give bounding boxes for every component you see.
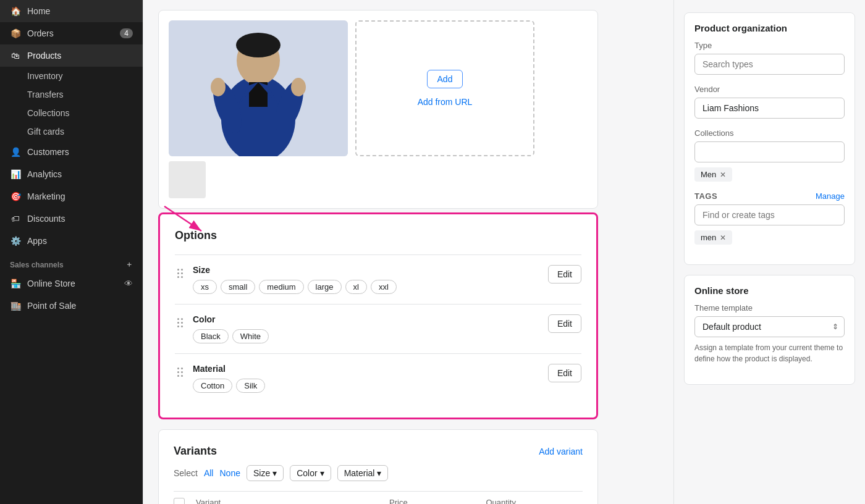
pos-icon: 🏬 — [10, 300, 21, 311]
col-variant-header: Variant — [196, 498, 389, 504]
collection-tag-men: Men ✕ — [694, 167, 732, 182]
vendor-label: Vendor — [694, 85, 845, 94]
theme-template-select-wrapper: Default product Custom product — [694, 316, 845, 337]
remove-men-tag[interactable]: ✕ — [720, 170, 726, 179]
orders-badge: 4 — [120, 28, 133, 38]
sidebar: 🏠 Home 📦 Orders 4 🛍 Products Inventory T… — [0, 0, 143, 504]
content-inner: Add Add from URL — [143, 0, 613, 504]
discounts-icon: 🏷 — [10, 213, 21, 224]
tag-chip-men: men ✕ — [694, 230, 732, 245]
sidebar-item-label: Point of Sale — [27, 301, 76, 311]
filter-size-dropdown[interactable]: Size ▾ — [247, 465, 284, 481]
image-thumbnail-strip — [169, 161, 588, 198]
tag-black: Black — [193, 329, 229, 343]
filter-material-dropdown[interactable]: Material ▾ — [337, 465, 389, 481]
content-area: Add Add from URL — [143, 0, 673, 504]
right-sidebar: Product organization Type Vendor Collect… — [673, 0, 865, 504]
filter-all-link[interactable]: All — [204, 468, 214, 478]
drag-handle-color[interactable] — [175, 316, 185, 330]
add-image-button[interactable]: Add — [427, 70, 463, 88]
theme-template-group: Theme template Default product Custom pr… — [694, 303, 845, 364]
sidebar-sub-transfers[interactable]: Transfers — [0, 85, 143, 104]
col-quantity-header: Quantity — [486, 498, 583, 504]
sidebar-item-label: Orders — [27, 28, 54, 38]
marketing-icon: 🎯 — [10, 191, 21, 202]
variants-table-header: Variant Price Quantity — [174, 491, 583, 504]
image-thumb-1[interactable] — [169, 161, 206, 198]
svg-line-12 — [164, 206, 201, 231]
customers-icon: 👤 — [10, 146, 21, 158]
sidebar-item-home[interactable]: 🏠 Home — [0, 0, 143, 22]
remove-men-men-tag[interactable]: ✕ — [720, 233, 726, 242]
select-all-checkbox[interactable] — [174, 498, 185, 504]
sidebar-sub-inventory[interactable]: Inventory — [0, 67, 143, 85]
edit-material-button[interactable]: Edit — [548, 364, 581, 382]
products-icon: 🛍 — [10, 50, 21, 61]
tag-large: large — [308, 280, 342, 294]
sidebar-item-discounts[interactable]: 🏷 Discounts — [0, 208, 143, 230]
variants-header: Variants Add variant — [174, 445, 583, 458]
product-main-image — [169, 20, 348, 156]
image-section: Add Add from URL — [158, 10, 598, 209]
sidebar-item-label: Marketing — [27, 191, 65, 201]
svg-point-9 — [211, 78, 226, 96]
sidebar-item-marketing[interactable]: 🎯 Marketing — [0, 185, 143, 208]
tag-xxl: xxl — [371, 280, 397, 294]
vendor-input[interactable] — [694, 98, 845, 119]
option-row-size: Size xs small medium large xl xxl Edit — [175, 254, 581, 304]
sidebar-item-orders[interactable]: 📦 Orders 4 — [0, 22, 143, 44]
sidebar-sub-giftcards[interactable]: Gift cards — [0, 122, 143, 141]
manage-tags-link[interactable]: Manage — [816, 191, 845, 201]
image-upload-placeholder[interactable]: Add Add from URL — [355, 20, 534, 156]
image-actions: Add Add from URL — [355, 20, 534, 156]
sidebar-item-pos[interactable]: 🏬 Point of Sale — [0, 295, 143, 317]
sidebar-item-customers[interactable]: 👤 Customers — [0, 141, 143, 163]
sidebar-item-online-store[interactable]: 🏪 Online Store 👁 — [0, 272, 143, 295]
sales-channels-section: Sales channels ＋ — [0, 252, 143, 272]
theme-template-select[interactable]: Default product Custom product — [694, 316, 845, 337]
online-store-card: Online store Theme template Default prod… — [684, 275, 855, 385]
drag-handle-size[interactable] — [175, 266, 185, 280]
sidebar-item-label: Online Store — [27, 279, 75, 288]
home-icon: 🏠 — [10, 6, 21, 17]
option-tags-color: Black White — [193, 329, 541, 343]
edit-color-button[interactable]: Edit — [548, 314, 581, 333]
sidebar-sub-collections[interactable]: Collections — [0, 104, 143, 122]
type-input[interactable] — [694, 54, 845, 75]
add-variant-link[interactable]: Add variant — [539, 447, 583, 456]
option-tags-material: Cotton Silk — [193, 379, 541, 393]
tag-cotton: Cotton — [193, 379, 232, 393]
option-name-material: Material — [193, 364, 541, 374]
tags-header: TAGS Manage — [694, 191, 845, 201]
col-price-header: Price — [389, 498, 486, 504]
select-label: Select — [174, 468, 198, 478]
sidebar-item-apps[interactable]: ⚙️ Apps — [0, 230, 143, 252]
type-field-group: Type — [694, 41, 845, 75]
options-title: Options — [175, 229, 581, 242]
chevron-down-icon: ▾ — [272, 468, 277, 478]
filter-none-link[interactable]: None — [219, 468, 240, 478]
option-content-size: Size xs small medium large xl xxl — [193, 265, 541, 294]
sidebar-item-label: Home — [27, 6, 50, 16]
drag-handle-material[interactable] — [175, 365, 185, 379]
sidebar-item-label: Discounts — [27, 214, 65, 224]
add-from-url-link[interactable]: Add from URL — [418, 97, 473, 107]
collections-input[interactable] — [694, 141, 845, 162]
online-store-eye-icon[interactable]: 👁 — [124, 279, 133, 288]
option-row-material: Material Cotton Silk Edit — [175, 353, 581, 403]
online-store-icon: 🏪 — [10, 278, 21, 289]
theme-helper-text: Assign a template from your current them… — [694, 342, 845, 364]
type-label: Type — [694, 41, 845, 50]
add-sales-channel-icon[interactable]: ＋ — [125, 259, 133, 270]
edit-size-button[interactable]: Edit — [548, 265, 581, 284]
col-check — [174, 498, 196, 504]
sidebar-item-label: Products — [27, 51, 61, 61]
filter-color-dropdown[interactable]: Color ▾ — [290, 465, 331, 481]
svg-point-10 — [291, 78, 306, 96]
sidebar-item-products[interactable]: 🛍 Products — [0, 44, 143, 67]
chevron-down-icon: ▾ — [320, 468, 324, 478]
sidebar-item-label: Apps — [27, 236, 47, 246]
arrow-svg — [152, 200, 226, 237]
sidebar-item-analytics[interactable]: 📊 Analytics — [0, 163, 143, 185]
tags-input[interactable] — [694, 204, 845, 225]
